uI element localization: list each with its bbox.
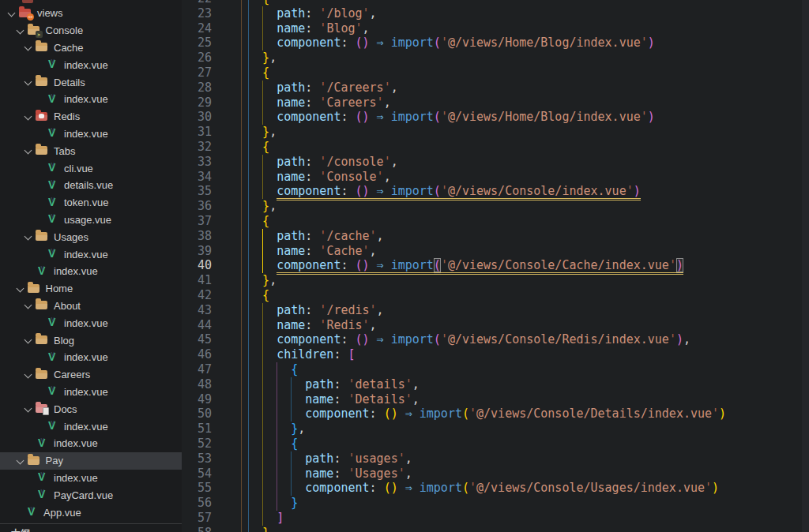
code-line[interactable]: 36 }, [182,199,809,214]
chevron-down-icon[interactable] [23,369,34,380]
tree-item-details[interactable]: Details [0,73,182,91]
code-line[interactable]: 57 ] [182,511,809,526]
tree-item-careers[interactable]: Careers [0,366,182,384]
tree-item-index-vue[interactable]: index.vue [0,384,182,401]
code-line[interactable]: 53 path: 'usages', [182,451,809,466]
tree-item-index-vue[interactable]: index.vue [0,470,182,487]
code-line[interactable]: 27 { [182,66,809,81]
tree-item-index-vue[interactable]: index.vue [0,418,182,435]
tree-item-index-vue[interactable]: index.vue [0,435,182,452]
code-line[interactable]: 44 name: 'Redis', [182,318,809,333]
tree-item-index-vue[interactable]: index.vue [0,263,182,280]
tree-item-index-vue[interactable]: index.vue [0,91,182,108]
tree-item-docs[interactable]: Docs [0,400,182,418]
code-line[interactable]: 37 { [182,214,809,229]
chevron-down-icon[interactable] [23,335,34,346]
chevron-down-icon[interactable] [15,25,26,36]
outline-section-header[interactable]: 大纲 [0,523,182,532]
chevron-down-icon[interactable] [23,300,34,311]
code-line[interactable]: 56 } [182,496,809,511]
code-line[interactable]: 28 path: '/Careers', [182,81,809,96]
code-line[interactable]: 40 component: () ⇒ import('@/views/Conso… [182,258,809,273]
code-line[interactable]: 23 path: '/blog', [182,6,809,21]
code-line[interactable]: 31 }, [182,125,809,140]
tree-item-details-vue[interactable]: details.vue [0,177,182,194]
scrollbar-track[interactable] [802,0,809,532]
explorer-sidebar: <>views>ConsoleCacheindex.vueDetailsinde… [0,0,182,532]
vue-file-icon [26,507,39,518]
tree-item-tabs[interactable]: Tabs [0,142,182,159]
tree-item-label: index.vue [64,249,108,260]
code-line[interactable]: 49 name: 'Details', [182,392,809,407]
line-number: 46 [182,347,212,362]
views-folder-icon: <> [19,8,32,19]
tree-item-home[interactable]: Home [0,280,182,298]
tree-item-console[interactable]: >Console [0,22,182,39]
tree-item-about[interactable]: About [0,298,182,315]
code-line[interactable]: 26 }, [182,51,809,66]
code-line[interactable]: 47 { [182,362,809,377]
code-line[interactable]: 39 name: 'Cache', [182,244,809,259]
chevron-down-icon[interactable] [15,455,26,466]
code-editor[interactable]: 22 {23 path: '/blog',24 name: 'Blog',25 … [182,0,809,532]
chevron-down-icon[interactable] [23,403,34,414]
code-line[interactable]: 33 path: '/console', [182,155,809,170]
tree-item-index-vue[interactable]: index.vue [0,126,182,143]
chevron-down-icon[interactable] [23,231,34,242]
tree-item-blog[interactable]: Blog [0,332,182,349]
tree-item-views[interactable]: <>views [0,5,182,22]
tree-item-index-vue[interactable]: index.vue [0,56,182,73]
code-line[interactable]: 30 component: () ⇒ import('@/views/Home/… [182,110,809,125]
code-text: }, [241,421,305,436]
code-text: }, [241,199,277,214]
chevron-down-icon[interactable] [23,111,34,122]
code-text: }, [241,125,277,140]
code-line[interactable]: 42 { [182,288,809,303]
code-line[interactable]: 52 { [182,436,809,451]
line-number: 30 [182,110,212,125]
tree-item-paycard-vue[interactable]: PayCard.vue [0,486,182,504]
chevron-down-icon[interactable] [15,283,26,294]
code-line[interactable]: 48 path: 'details', [182,377,809,392]
chevron-down-icon[interactable] [6,8,17,19]
tree-item-cli-vue[interactable]: cli.vue [0,159,182,177]
code-line[interactable]: 41 }, [182,273,809,288]
code-line[interactable]: 34 name: 'Console', [182,170,809,185]
tree-item-cache[interactable]: Cache [0,39,182,57]
chevron-down-icon[interactable] [23,42,34,53]
code-line[interactable]: 32 { [182,140,809,155]
code-line[interactable]: 35 component: () ⇒ import('@/views/Conso… [182,184,809,199]
tree-item-index-vue[interactable]: index.vue [0,245,182,263]
line-number: 25 [182,36,212,51]
code-line[interactable]: 24 name: 'Blog', [182,21,809,36]
tree-item-pay[interactable]: Pay [0,452,182,470]
tree-item-usages[interactable]: Usages [0,228,182,245]
tree-item-app-vue[interactable]: App.vue [0,504,182,521]
code-line[interactable]: 22 { [182,0,809,6]
code-line[interactable]: 29 name: 'Careers', [182,96,809,111]
tree-item-token-vue[interactable]: token.vue [0,194,182,212]
code-line[interactable]: 51 }, [182,421,809,436]
code-line[interactable]: 43 path: '/redis', [182,303,809,318]
chevron-down-icon[interactable] [23,145,34,156]
code-text: name: 'Blog', [241,21,370,36]
code-line[interactable]: 55 component: () ⇒ import('@/views/Conso… [182,481,809,496]
code-line[interactable]: 25 component: () ⇒ import('@/views/Home/… [182,36,809,51]
tree-item-label: index.vue [64,421,108,433]
code-line[interactable]: 58 } [182,526,809,532]
code-line[interactable]: 45 component: () ⇒ import('@/views/Conso… [182,332,809,347]
code-text: name: 'Console', [241,170,391,185]
tree-item-index-vue[interactable]: index.vue [0,349,182,366]
docs-folder-icon [36,403,49,414]
vue-file-icon [47,421,59,432]
chevron-down-icon[interactable] [23,77,34,88]
tree-item-redis[interactable]: Redis [0,108,182,126]
code-line[interactable]: 54 name: 'Usages', [182,466,809,481]
tree-item-usage-vue[interactable]: usage.vue [0,212,182,229]
code-line[interactable]: 46 children: [ [182,347,809,362]
code-line[interactable]: 38 path: '/cache', [182,229,809,244]
line-number: 55 [182,481,212,496]
code-line[interactable]: 50 component: () ⇒ import('@/views/Conso… [182,406,809,421]
tree-item-index-vue[interactable]: index.vue [0,314,182,332]
tree-item-label: index.vue [54,437,98,449]
